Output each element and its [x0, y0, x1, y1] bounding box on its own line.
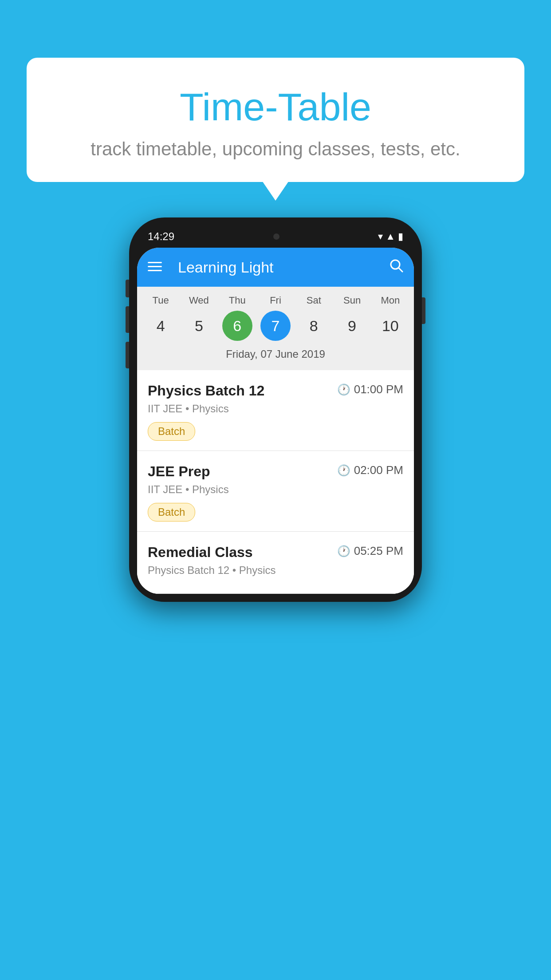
silent-button [126, 342, 129, 368]
schedule-item-1-time: 🕐 01:00 PM [337, 383, 403, 396]
schedule-item-1-header: Physics Batch 12 🕐 01:00 PM [148, 383, 403, 399]
speech-bubble: Time-Table track timetable, upcoming cla… [27, 58, 524, 182]
day-name-fri: Fri [256, 295, 295, 306]
phone-notch-area: 14:29 ▾ ▲ ▮ [137, 225, 414, 248]
day-numbers-row: 4 5 6 7 8 9 10 [142, 311, 409, 341]
schedule-item-2-time: 🕐 02:00 PM [337, 463, 403, 477]
calendar-day-10[interactable]: 10 [375, 311, 405, 341]
calendar-day-8[interactable]: 8 [299, 311, 329, 341]
schedule-item-2-time-label: 02:00 PM [354, 463, 403, 477]
calendar-day-5[interactable]: 5 [184, 311, 214, 341]
day-name-wed: Wed [180, 295, 218, 306]
hamburger-icon[interactable] [148, 261, 162, 274]
calendar-strip: Tue Wed Thu Fri Sat Sun Mon 4 5 6 7 8 9 … [137, 287, 414, 370]
svg-rect-1 [148, 266, 162, 267]
bubble-subtitle: track timetable, upcoming classes, tests… [44, 138, 507, 160]
schedule-item-3-time-label: 05:25 PM [354, 544, 403, 558]
schedule-item-1-batch-tag: Batch [148, 422, 195, 441]
calendar-day-4[interactable]: 4 [146, 311, 176, 341]
selected-date-label: Friday, 07 June 2019 [142, 345, 409, 366]
phone-shell: 14:29 ▾ ▲ ▮ Learning [129, 217, 422, 602]
schedule-item-2-batch-tag: Batch [148, 503, 195, 522]
schedule-item-2-title: JEE Prep [148, 463, 210, 480]
toolbar-title: Learning Light [178, 259, 378, 276]
svg-rect-2 [148, 270, 162, 271]
app-toolbar: Learning Light [137, 248, 414, 287]
phone-notch [256, 230, 296, 243]
day-name-mon: Mon [371, 295, 409, 306]
bubble-title: Time-Table [44, 84, 507, 130]
calendar-day-9[interactable]: 9 [337, 311, 367, 341]
day-name-sat: Sat [295, 295, 333, 306]
phone-mockup: 14:29 ▾ ▲ ▮ Learning [129, 217, 422, 602]
schedule-item-3-title: Remedial Class [148, 544, 253, 561]
schedule-item-3-subtitle: Physics Batch 12 • Physics [148, 564, 403, 577]
signal-icon: ▲ [386, 231, 395, 242]
day-name-thu: Thu [218, 295, 256, 306]
schedule-item-2[interactable]: JEE Prep 🕐 02:00 PM IIT JEE • Physics Ba… [137, 451, 414, 532]
schedule-item-1[interactable]: Physics Batch 12 🕐 01:00 PM IIT JEE • Ph… [137, 370, 414, 451]
volume-up-button [126, 280, 129, 297]
schedule-item-3[interactable]: Remedial Class 🕐 05:25 PM Physics Batch … [137, 532, 414, 594]
schedule-item-2-header: JEE Prep 🕐 02:00 PM [148, 463, 403, 480]
day-names-row: Tue Wed Thu Fri Sat Sun Mon [142, 295, 409, 306]
battery-icon: ▮ [398, 231, 403, 242]
phone-notch-time: 14:29 [148, 230, 174, 243]
calendar-day-7[interactable]: 7 [260, 311, 291, 341]
clock-icon-2: 🕐 [337, 464, 350, 477]
volume-down-button [126, 306, 129, 333]
schedule-item-3-header: Remedial Class 🕐 05:25 PM [148, 544, 403, 561]
power-button [422, 297, 425, 324]
phone-screen: Learning Light Tue Wed Thu Fri Sat Sun [137, 248, 414, 594]
schedule-item-2-subtitle: IIT JEE • Physics [148, 483, 403, 496]
phone-status-icons: ▾ ▲ ▮ [378, 231, 403, 242]
speech-bubble-container: Time-Table track timetable, upcoming cla… [27, 58, 524, 182]
schedule-item-1-subtitle: IIT JEE • Physics [148, 403, 403, 415]
wifi-icon: ▾ [378, 231, 383, 242]
svg-line-4 [399, 268, 402, 272]
calendar-day-6[interactable]: 6 [222, 311, 252, 341]
search-button[interactable] [389, 258, 403, 276]
schedule-item-3-time: 🕐 05:25 PM [337, 544, 403, 558]
day-name-sun: Sun [333, 295, 371, 306]
clock-icon-1: 🕐 [337, 383, 350, 396]
camera [273, 233, 279, 240]
schedule-list: Physics Batch 12 🕐 01:00 PM IIT JEE • Ph… [137, 370, 414, 594]
day-name-tue: Tue [142, 295, 180, 306]
clock-icon-3: 🕐 [337, 545, 350, 557]
schedule-item-1-time-label: 01:00 PM [354, 383, 403, 396]
schedule-item-1-title: Physics Batch 12 [148, 383, 264, 399]
svg-rect-0 [148, 262, 162, 263]
